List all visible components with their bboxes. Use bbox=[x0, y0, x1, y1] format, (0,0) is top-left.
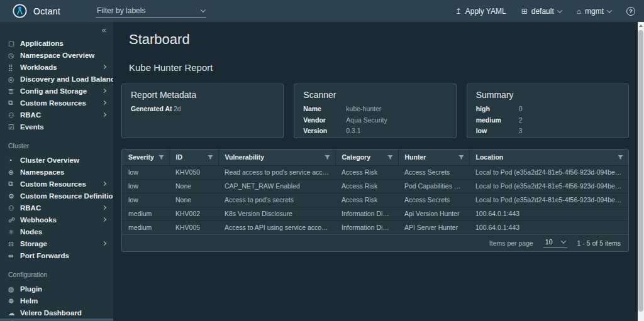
context-selector[interactable]: ⌂ mgmt bbox=[577, 7, 611, 16]
kv-label: Name bbox=[303, 104, 346, 115]
brand-name: Octant bbox=[33, 6, 60, 16]
scanner-vendor-row: Vendor Aqua Security bbox=[303, 115, 447, 126]
main-content: Starboard Kube Hunter Report Report Meta… bbox=[113, 22, 638, 321]
column-header-id[interactable]: ID bbox=[169, 150, 218, 165]
chevron-right-icon bbox=[102, 182, 106, 186]
cell-id: KHV005 bbox=[169, 220, 218, 234]
filter-icon[interactable] bbox=[208, 155, 213, 160]
webhooks-icon: ☍ bbox=[8, 216, 20, 224]
sidebar-item-starboard[interactable]: ⚓ Starboard bbox=[0, 318, 113, 321]
filter-icon[interactable] bbox=[387, 155, 393, 160]
cell-severity: low bbox=[122, 179, 169, 193]
column-header-vulnerability[interactable]: Vulnerability bbox=[218, 150, 335, 165]
sidebar-item-label: Plugin bbox=[20, 285, 42, 293]
kv-value: 3 bbox=[519, 126, 523, 137]
kv-label: Generated At bbox=[131, 104, 174, 115]
items-per-page-select[interactable]: 10 bbox=[543, 238, 567, 248]
cell-location: 100.64.0.1:443 bbox=[469, 220, 628, 234]
sidebar-item-cluster-custom-resources[interactable]: ⧉ Custom Resources bbox=[0, 178, 113, 190]
sidebar-item-label: Workloads bbox=[20, 63, 57, 71]
namespace-selector[interactable]: ⊞ default bbox=[521, 7, 562, 16]
sidebar-item-plugin[interactable]: ◍ Plugin bbox=[0, 283, 113, 295]
config-storage-icon: ≣ bbox=[8, 87, 20, 95]
filter-icon[interactable] bbox=[325, 155, 330, 160]
table-header-row: Severity ID Vulnerability Category Hunte… bbox=[122, 150, 628, 165]
cell-hunter: Api Version Hunter bbox=[398, 207, 469, 220]
kv-label: high bbox=[476, 104, 519, 115]
filter-by-labels-select[interactable]: Filter by labels bbox=[96, 5, 206, 18]
sidebar-item-label: Discovery and Load Balancing bbox=[20, 75, 113, 83]
scanner-card: Scanner Name kube-hunter Vendor Aqua Sec… bbox=[294, 84, 456, 138]
sidebar-item-label: Nodes bbox=[20, 228, 42, 236]
events-icon: ☑ bbox=[8, 123, 20, 131]
vertical-scrollbar[interactable] bbox=[638, 22, 644, 321]
summary-low-row: low 3 bbox=[476, 126, 619, 137]
sidebar-item-workloads[interactable]: ⣿ Workloads bbox=[0, 61, 113, 73]
sidebar-item-applications[interactable]: ▢ Applications bbox=[0, 37, 113, 49]
sidebar-item-helm[interactable]: ☸ Helm bbox=[0, 295, 113, 307]
help-button[interactable]: ? bbox=[626, 7, 635, 16]
card-title: Summary bbox=[476, 90, 619, 100]
port-forwards-icon: ⇹ bbox=[8, 252, 20, 259]
top-bar: Octant Filter by labels ↥ Apply YAML ⊞ d… bbox=[0, 0, 644, 22]
sidebar-item-nodes[interactable]: ⚛ Nodes bbox=[0, 226, 113, 237]
sidebar-item-custom-resource-definitions[interactable]: ⚙ Custom Resource Definitions bbox=[0, 190, 113, 202]
sidebar-item-namespace-overview[interactable]: ◷ Namespace Overview bbox=[0, 49, 113, 61]
column-header-severity[interactable]: Severity bbox=[122, 150, 169, 165]
filter-by-labels-placeholder: Filter by labels bbox=[97, 6, 145, 15]
sidebar-item-cluster-rbac[interactable]: ⚇ RBAC bbox=[0, 202, 113, 214]
table-row: medium KHV002 K8s Version Disclosure Inf… bbox=[122, 207, 628, 220]
cell-hunter: Access Secrets bbox=[398, 193, 469, 207]
sidebar-item-storage[interactable]: ⊟ Storage bbox=[0, 237, 113, 249]
octant-app: Octant Filter by labels ↥ Apply YAML ⊞ d… bbox=[0, 0, 644, 321]
crd-icon: ⚙ bbox=[8, 192, 20, 200]
chevron-right-icon bbox=[102, 241, 106, 246]
sidebar-item-namespaces[interactable]: ⊕ Namespaces bbox=[0, 166, 113, 178]
cell-category: Information Disclosure bbox=[335, 220, 398, 234]
kv-value: kube-hunter bbox=[346, 104, 381, 115]
sidebar-item-config-and-storage[interactable]: ≣ Config and Storage bbox=[0, 85, 113, 97]
summary-high-row: high 0 bbox=[476, 104, 619, 115]
table-row: medium KHV005 Access to API using servic… bbox=[122, 220, 628, 234]
kv-value: 0.3.1 bbox=[346, 126, 360, 137]
cluster-overview-icon: ◔ bbox=[8, 156, 20, 164]
cell-id: KHV050 bbox=[169, 165, 218, 179]
cell-id: KHV002 bbox=[169, 207, 218, 220]
scrollbar-thumb[interactable] bbox=[638, 30, 643, 312]
cell-category: Access Risk bbox=[335, 193, 398, 207]
sidebar-item-rbac[interactable]: ⚇ RBAC bbox=[0, 109, 113, 121]
sidebar-item-velero-dashboard[interactable]: ☁ Velero Dashboard bbox=[0, 307, 113, 318]
scroll-up-button[interactable] bbox=[638, 22, 644, 30]
sidebar-item-label: Webhooks bbox=[20, 216, 57, 224]
sidebar-item-webhooks[interactable]: ☍ Webhooks bbox=[0, 214, 113, 226]
sidebar-item-label: Cluster Overview bbox=[20, 156, 79, 164]
rbac-icon: ⚇ bbox=[8, 204, 20, 212]
cell-location: 100.64.0.1:443 bbox=[469, 207, 628, 220]
column-header-category[interactable]: Category bbox=[335, 150, 398, 165]
sidebar-item-discovery-and-load-balancing[interactable]: ◎ Discovery and Load Balancing bbox=[0, 73, 113, 85]
table-row: low KHV050 Read access to pod's service … bbox=[122, 165, 628, 179]
sidebar-item-events[interactable]: ☑ Events bbox=[0, 121, 113, 133]
column-header-hunter[interactable]: Hunter bbox=[398, 150, 469, 165]
apply-yaml-button[interactable]: ↥ Apply YAML bbox=[455, 7, 506, 16]
octant-logo-icon bbox=[13, 4, 27, 18]
discovery-icon: ◎ bbox=[8, 75, 20, 83]
sidebar-item-cluster-overview[interactable]: ◔ Cluster Overview bbox=[0, 154, 113, 166]
helm-icon: ☸ bbox=[8, 297, 20, 305]
cell-vulnerability: K8s Version Disclosure bbox=[218, 207, 335, 220]
sidebar-item-port-forwards[interactable]: ⇹ Port Forwards bbox=[0, 249, 113, 261]
filter-icon[interactable] bbox=[158, 155, 164, 160]
sidebar-collapse-button[interactable]: « bbox=[102, 25, 106, 35]
sidebar-item-label: Config and Storage bbox=[20, 87, 87, 95]
sidebar-item-custom-resources[interactable]: ⧉ Custom Resources bbox=[0, 97, 113, 109]
column-header-location[interactable]: Location bbox=[469, 150, 628, 165]
chevron-down-icon bbox=[557, 8, 562, 13]
chevron-down-icon bbox=[560, 238, 565, 243]
sidebar-item-label: Custom Resource Definitions bbox=[20, 192, 113, 200]
filter-icon[interactable] bbox=[458, 155, 464, 160]
sidebar-item-label: Storage bbox=[20, 240, 47, 248]
cell-hunter: Pod Capabilities Hunter bbox=[398, 179, 469, 193]
filter-icon[interactable] bbox=[618, 155, 623, 160]
cell-hunter: API Server Hunter bbox=[398, 220, 469, 234]
sidebar-section-cluster: Cluster bbox=[0, 133, 113, 154]
